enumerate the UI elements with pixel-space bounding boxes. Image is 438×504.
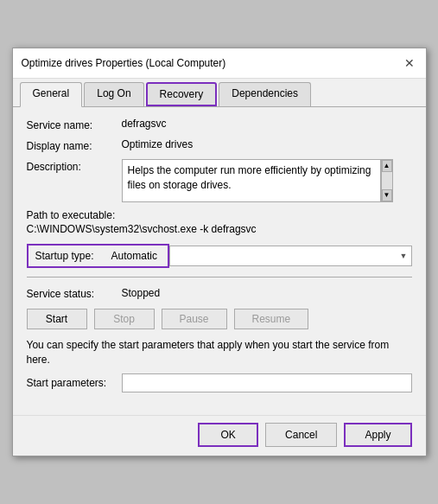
bottom-buttons: OK Cancel Apply [13, 415, 426, 456]
service-status-row: Service status: Stopped [27, 286, 412, 300]
service-name-row: Service name: defragsvc [27, 118, 412, 131]
start-button[interactable]: Start [27, 309, 87, 329]
description-wrap: Helps the computer run more efficiently … [122, 159, 393, 202]
pause-button[interactable]: Pause [162, 309, 227, 329]
service-name-label: Service name: [27, 118, 122, 131]
display-name-value: Optimize drives [122, 138, 194, 150]
startup-type-label: Startup type: [35, 250, 94, 262]
service-name-value: defragsvc [122, 118, 167, 130]
info-text: You can specify the start parameters tha… [27, 338, 412, 367]
service-status-value: Stopped [122, 287, 161, 299]
title-bar: Optimize drives Properties (Local Comput… [13, 48, 426, 79]
window-title: Optimize drives Properties (Local Comput… [22, 57, 226, 69]
divider-1 [27, 277, 412, 278]
description-row: Description: Helps the computer run more… [27, 159, 412, 202]
display-name-row: Display name: Optimize drives [27, 138, 412, 152]
startup-type-row: Startup type: Automatic ▼ [27, 244, 412, 268]
tab-general[interactable]: General [20, 82, 83, 107]
service-control-buttons: Start Stop Pause Resume [27, 309, 412, 329]
display-name-label: Display name: [27, 138, 122, 152]
tabs-container: General Log On Recovery Dependencies [13, 79, 426, 107]
tab-recovery[interactable]: Recovery [146, 82, 218, 106]
ok-button[interactable]: OK [198, 423, 258, 447]
start-params-label: Start parameters: [27, 377, 113, 389]
description-value[interactable]: Helps the computer run more efficiently … [122, 159, 381, 202]
description-scrollbar[interactable]: ▲ ▼ [381, 159, 393, 202]
startup-box: Startup type: Automatic [27, 244, 169, 268]
dropdown-arrow-icon: ▼ [400, 252, 408, 260]
apply-button[interactable]: Apply [344, 423, 411, 447]
startup-type-value: Automatic [111, 250, 157, 262]
resume-button[interactable]: Resume [234, 309, 309, 329]
path-section: Path to executable: C:\WINDOWS\system32\… [27, 209, 412, 235]
startup-dropdown[interactable]: ▼ [169, 246, 412, 266]
scrollbar-up[interactable]: ▲ [382, 160, 392, 172]
start-params-row: Start parameters: [27, 373, 412, 392]
service-status-label: Service status: [27, 286, 122, 300]
cancel-button[interactable]: Cancel [265, 423, 337, 447]
tab-content: Service name: defragsvc Display name: Op… [13, 107, 426, 416]
properties-window: Optimize drives Properties (Local Comput… [12, 48, 427, 457]
tab-dependencies[interactable]: Dependencies [219, 82, 311, 106]
tab-logon[interactable]: Log On [84, 82, 143, 106]
description-label: Description: [27, 159, 122, 173]
close-button[interactable]: ✕ [402, 55, 417, 71]
path-label: Path to executable: [27, 209, 412, 221]
stop-button[interactable]: Stop [94, 309, 155, 329]
start-params-input[interactable] [122, 373, 412, 392]
path-value: C:\WINDOWS\system32\svchost.exe -k defra… [27, 223, 412, 235]
scrollbar-down[interactable]: ▼ [382, 189, 392, 201]
